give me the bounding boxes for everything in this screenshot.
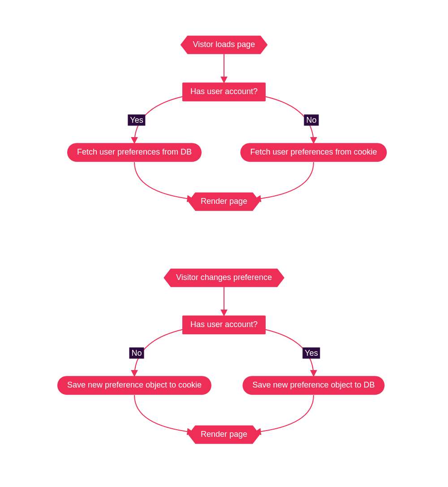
fc1-branch-left: Fetch user preferences from DB [67, 143, 202, 162]
fc2-decision: Has user account? [182, 315, 266, 334]
fc2-start: Visitor changes preference [164, 268, 284, 287]
fc2-branch-left: Save new preference object to cookie [57, 376, 211, 395]
fc2-branch-right: Save new preference object to DB [242, 376, 384, 395]
fc1-edge-yes: Yes [128, 115, 145, 126]
connectors-svg [0, 0, 448, 487]
fc1-end: Render page [188, 192, 260, 211]
fc1-decision: Has user account? [182, 82, 266, 101]
fc1-start: Vistor loads page [181, 35, 268, 54]
diagram-stage: Vistor loads page Has user account? Fetc… [0, 0, 448, 487]
fc2-edge-right: Yes [302, 348, 320, 359]
fc2-edge-left: No [129, 348, 144, 359]
fc2-end: Render page [188, 425, 260, 444]
fc1-edge-no: No [304, 115, 319, 126]
fc1-branch-right: Fetch user preferences from cookie [240, 143, 387, 162]
